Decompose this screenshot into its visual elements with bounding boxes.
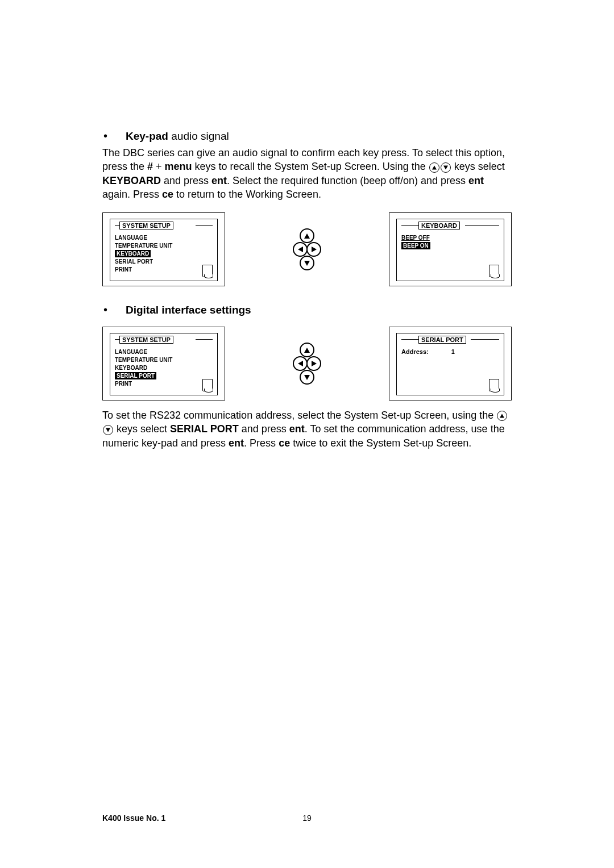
menu-item: TEMPERATURE UNIT (115, 242, 213, 249)
menu-items: LANGUAGE TEMPERATURE UNIT KEYBOARD SERIA… (115, 234, 213, 273)
menu-item: BEEP ON (401, 242, 499, 249)
footer-page-number: 19 (302, 813, 312, 823)
arrow-up-icon (497, 411, 507, 421)
dpad-up-icon (300, 228, 314, 243)
menu-item: TEMPERATURE UNIT (115, 356, 213, 364)
arrow-up-icon (429, 162, 439, 173)
screen-title: SYSTEM SETUP (119, 222, 173, 229)
screen-title: SERIAL PORT (418, 336, 466, 344)
bullet-icon: • (103, 303, 107, 316)
screen-corner-icon (489, 379, 499, 391)
footer-issue: K400 Issue No. 1 (102, 813, 165, 823)
dpad (293, 229, 321, 270)
dpad-down-icon (300, 256, 314, 270)
menu-item: LANGUAGE (115, 234, 213, 241)
keypad-bullet-row: • Key-pad audio signal (102, 130, 512, 143)
screen-corner-icon (202, 265, 213, 277)
dpad-left-icon (293, 242, 308, 257)
menu-items: BEEP OFF BEEP ON (401, 234, 499, 249)
menu-item: BEEP OFF (401, 234, 499, 241)
dpad (293, 343, 321, 384)
menu-item: KEYBOARD (115, 364, 213, 372)
bullet-icon: • (103, 130, 107, 143)
dpad-left-icon (293, 356, 308, 371)
system-setup-screen-2: SYSTEM SETUP LANGUAGE TEMPERATURE UNIT K… (102, 327, 225, 400)
keypad-diagrams-row: SYSTEM SETUP LANGUAGE TEMPERATURE UNIT K… (102, 212, 512, 286)
menu-item: PRINT (115, 266, 213, 273)
keyboard-screen: KEYBOARD BEEP OFF BEEP ON (389, 212, 512, 286)
dpad-right-icon (306, 356, 321, 371)
address-label: Address: (401, 348, 429, 355)
system-setup-screen-1: SYSTEM SETUP LANGUAGE TEMPERATURE UNIT K… (102, 212, 225, 286)
digital-title: Digital interface settings (126, 304, 251, 316)
menu-item: SERIAL PORT (115, 258, 213, 265)
dpad-down-icon (300, 370, 314, 385)
menu-item: SERIAL PORT (115, 372, 213, 379)
footer: K400 Issue No. 1 19 (102, 813, 512, 823)
digital-diagrams-row: SYSTEM SETUP LANGUAGE TEMPERATURE UNIT K… (102, 327, 512, 400)
serial-port-screen: SERIAL PORT Address: 1 (389, 327, 512, 400)
menu-item: LANGUAGE (115, 348, 213, 356)
digital-paragraph: To set the RS232 communication address, … (102, 408, 512, 450)
keypad-title-bold: Key-pad (126, 130, 168, 142)
keypad-paragraph: The DBC series can give an audio signal … (102, 146, 512, 201)
address-row: Address: 1 (401, 348, 499, 355)
screen-title: KEYBOARD (418, 222, 460, 229)
address-value: 1 (451, 348, 455, 355)
arrow-down-icon (441, 162, 451, 173)
screen-title: SYSTEM SETUP (119, 336, 173, 344)
arrow-down-icon (103, 425, 113, 435)
screen-corner-icon (202, 379, 213, 391)
menu-items: LANGUAGE TEMPERATURE UNIT KEYBOARD SERIA… (115, 348, 213, 387)
screen-corner-icon (489, 265, 499, 277)
keypad-title: Key-pad audio signal (126, 130, 229, 143)
menu-item: KEYBOARD (115, 250, 213, 257)
keypad-title-rest: audio signal (168, 130, 229, 142)
dpad-up-icon (300, 343, 314, 357)
dpad-right-icon (306, 242, 321, 257)
digital-bullet-row: • Digital interface settings (102, 303, 512, 316)
menu-item: PRINT (115, 380, 213, 387)
